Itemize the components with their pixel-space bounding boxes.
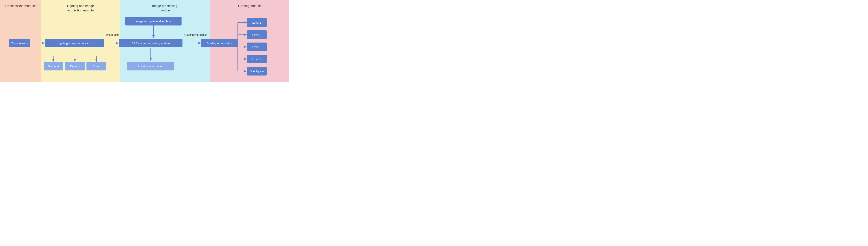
box-level1: Level 1 <box>247 18 267 27</box>
section-title-lighting: Lighting and imageacquisition module <box>41 4 120 13</box>
box-diameter: Diameter <box>43 62 63 71</box>
section-title-grading: Grading module <box>210 4 289 8</box>
box-transmission: Transmission <box>9 39 30 47</box>
diagram-container: Transmission modules Lighting and imagea… <box>0 0 289 82</box>
box-color: Color <box>87 62 106 71</box>
box-level2: Level 2 <box>247 30 267 39</box>
label-grading-info: Grading information <box>184 33 207 36</box>
box-out-of-grade: Out-of-grade <box>247 67 267 76</box>
section-title-processing: Image processingmodule <box>120 4 210 13</box>
box-location: Location information <box>127 62 174 71</box>
section-title-transmission: Transmission modules <box>0 4 41 8</box>
box-image-recognition: Image recognition algorithms <box>125 17 182 26</box>
label-image-data: Image data <box>106 33 119 36</box>
box-level4: Level 4 <box>247 55 267 63</box>
box-lighting-acq: Lighting, image acquisition <box>45 39 104 47</box>
box-grading-org: Grading organization <box>201 39 238 47</box>
box-defects: Defects <box>65 62 85 71</box>
box-level3: Level 3 <box>247 43 267 51</box>
box-dps: DPS image processing system <box>119 39 183 47</box>
